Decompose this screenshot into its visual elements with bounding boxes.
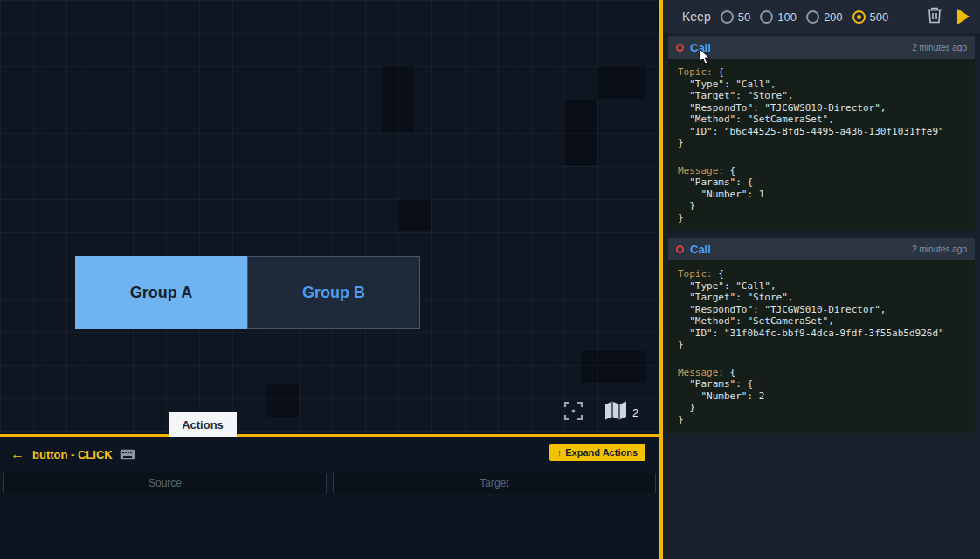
keep-option-label: 50 bbox=[738, 10, 750, 24]
error-dot-icon bbox=[676, 44, 684, 52]
map-count-badge: 2 bbox=[632, 406, 638, 419]
message-key: Message: bbox=[678, 367, 724, 378]
grid-canvas[interactable]: Group A Group B 2 bbox=[0, 0, 659, 437]
fit-view-icon bbox=[562, 399, 585, 426]
message-list: Call 2 minutes ago Topic: { "Type": "Cal… bbox=[663, 33, 980, 436]
message-type: Call bbox=[690, 243, 711, 256]
group-b-button[interactable]: Group B bbox=[247, 256, 420, 329]
group-b-label: Group B bbox=[302, 284, 365, 302]
radio-icon bbox=[806, 10, 819, 24]
message-json: Message: { "Params": { "Number": 1 } } bbox=[678, 165, 965, 224]
expand-actions-button[interactable]: ↑ Expand Actions bbox=[549, 444, 645, 461]
source-input[interactable] bbox=[3, 473, 327, 493]
group-a-label: Group A bbox=[130, 284, 192, 302]
keep-option-50[interactable]: 50 bbox=[721, 10, 750, 24]
play-button[interactable] bbox=[957, 9, 970, 24]
message-card-header[interactable]: Call 2 minutes ago bbox=[668, 36, 975, 59]
topic-key: Topic: bbox=[678, 268, 713, 280]
message-log-toolbar: Keep 50 100 200 500 bbox=[663, 0, 980, 33]
keyboard-icon bbox=[120, 449, 135, 460]
expand-actions-label: Expand Actions bbox=[565, 447, 638, 458]
group-a-button[interactable]: Group A bbox=[75, 256, 247, 329]
trash-icon bbox=[927, 6, 942, 27]
message-log-panel: Keep 50 100 200 500 bbox=[663, 0, 980, 559]
action-title: button - CLICK bbox=[32, 448, 113, 461]
map-icon bbox=[604, 400, 627, 424]
keep-option-label: 200 bbox=[824, 10, 843, 24]
map-toggle-button[interactable]: 2 bbox=[604, 400, 638, 424]
keep-option-500[interactable]: 500 bbox=[852, 10, 889, 24]
message-card: Call 2 minutes ago Topic: { "Type": "Cal… bbox=[668, 36, 975, 231]
actions-tab-label: Actions bbox=[182, 418, 224, 431]
grid-shade bbox=[398, 199, 431, 231]
keep-option-label: 100 bbox=[777, 10, 797, 24]
message-timestamp: 2 minutes ago bbox=[912, 245, 967, 254]
message-key: Message: bbox=[678, 165, 724, 176]
keep-label: Keep bbox=[682, 10, 711, 24]
message-card: Call 2 minutes ago Topic: { "Type": "Cal… bbox=[668, 238, 975, 433]
message-card-body: Topic: { "Type": "Call", "Target": "Stor… bbox=[668, 59, 975, 231]
message-json: Message: { "Params": { "Number": 2 } } bbox=[678, 367, 965, 426]
actions-tab[interactable]: Actions bbox=[169, 412, 237, 437]
topic-json: Topic: { "Type": "Call", "Target": "Stor… bbox=[678, 268, 965, 351]
keep-option-label: 500 bbox=[870, 10, 889, 24]
back-button[interactable]: ← bbox=[10, 446, 24, 462]
keep-option-100[interactable]: 100 bbox=[760, 10, 797, 24]
action-editor-panel: ← button - CLICK ↑ Expand Actions bbox=[0, 439, 659, 559]
radio-selected-icon bbox=[852, 10, 866, 24]
grid-shade bbox=[382, 66, 414, 132]
message-timestamp: 2 minutes ago bbox=[912, 43, 967, 52]
error-dot-icon bbox=[676, 245, 684, 253]
grid-shade bbox=[266, 384, 299, 417]
fit-view-button[interactable] bbox=[562, 399, 585, 426]
message-card-body: Topic: { "Type": "Call", "Target": "Stor… bbox=[668, 260, 975, 433]
clear-messages-button[interactable] bbox=[927, 6, 942, 27]
grid-shade bbox=[597, 66, 646, 99]
action-io-row bbox=[0, 473, 659, 493]
action-editor-header: ← button - CLICK ↑ Expand Actions bbox=[0, 439, 659, 469]
topic-json: Topic: { "Type": "Call", "Target": "Stor… bbox=[678, 66, 965, 149]
radio-icon bbox=[760, 10, 773, 24]
topic-json-text: { "Type": "Call", "Target": "Store", "Re… bbox=[678, 66, 944, 148]
topic-json-text: { "Type": "Call", "Target": "Store", "Re… bbox=[678, 268, 944, 350]
grid-shade bbox=[581, 351, 646, 383]
app-root: Group A Group B 2 bbox=[0, 0, 980, 559]
grid-shade bbox=[564, 100, 597, 165]
radio-icon bbox=[721, 10, 734, 24]
expand-arrow-icon: ↑ bbox=[557, 447, 562, 458]
keep-option-200[interactable]: 200 bbox=[806, 10, 843, 24]
mouse-cursor bbox=[699, 48, 711, 69]
target-input[interactable] bbox=[333, 473, 656, 493]
message-card-header[interactable]: Call 2 minutes ago bbox=[668, 238, 975, 260]
